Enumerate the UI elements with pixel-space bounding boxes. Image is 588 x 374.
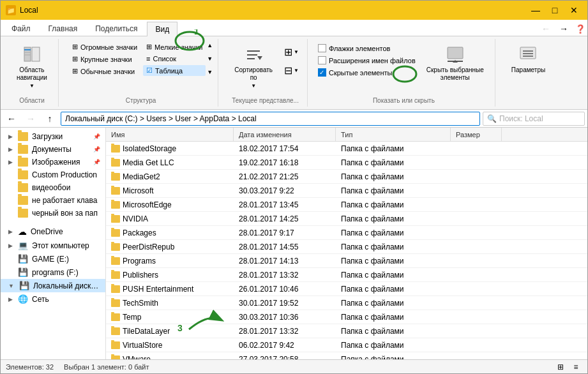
close-button[interactable]: ✕ [566, 4, 582, 17]
tab-home[interactable]: Главная [40, 21, 86, 36]
normal-icons-btn[interactable]: ⊞ Обычные значки [69, 66, 140, 77]
sidebar-section-favorites: ▶ Загрузки 📌 ▶ Документы 📌 ▶ Изображения… [1, 128, 105, 222]
status-info: Элементов: 32 Выбран 1 элемент: 0 байт [6, 363, 149, 371]
group-button[interactable]: ⊞ ▼ [281, 44, 302, 60]
sidebar-item-custom-production[interactable]: ▶ Custom Production [1, 168, 105, 181]
table-row[interactable]: Media Get LLC 19.02.2017 16:18 Папка с ф… [106, 156, 587, 170]
back-button[interactable]: ← [3, 112, 20, 126]
folder-icon [111, 243, 120, 251]
table-row[interactable]: TechSmith 30.01.2017 19:52 Папка с файла… [106, 296, 587, 310]
scroll-up-icon[interactable]: ▲ [207, 42, 213, 49]
forward-button[interactable]: → [22, 112, 39, 126]
file-size-cell [451, 358, 502, 360]
file-date: 30.01.2017 19:52 [239, 299, 298, 308]
file-ext-checkbox[interactable] [318, 56, 326, 64]
table-row[interactable]: Microsoft 30.03.2017 9:22 Папка с файлам… [106, 184, 587, 198]
hidden-items-checkbox[interactable]: ✓ [318, 68, 326, 77]
table-row[interactable]: Publishers 28.01.2017 13:32 Папка с файл… [106, 268, 587, 282]
view-list-btn[interactable]: ≡ [569, 361, 582, 373]
table-btn[interactable]: ☑ Таблица [143, 65, 206, 76]
table-row[interactable]: Temp 30.03.2017 10:36 Папка с файлами [106, 310, 587, 324]
header-name[interactable]: Имя [106, 128, 234, 141]
folder-icon [111, 201, 120, 209]
list-btn[interactable]: ≡ Список [143, 54, 206, 64]
table-row[interactable]: TileDataLayer 28.01.2017 13:32 Папка с ф… [106, 324, 587, 338]
sidebar-item-videowallpapers[interactable]: ▶ видеообои [1, 181, 105, 194]
tab-file[interactable]: Файл [3, 21, 39, 36]
table-row[interactable]: MicrosoftEdge 28.01.2017 13:45 Папка с ф… [106, 198, 587, 212]
sidebar-item-documents[interactable]: ▶ Документы 📌 [1, 143, 105, 156]
file-type: Папка с файлами [341, 313, 404, 322]
file-ext-row[interactable]: Расширения имен файлов [318, 56, 416, 64]
tab-share[interactable]: Поделиться [87, 21, 146, 36]
header-date[interactable]: Дата изменения [234, 128, 336, 141]
sidebar-item-network[interactable]: ▶ 🌐 Сеть [1, 292, 105, 306]
sidebar-item-images[interactable]: ▶ Изображения 📌 [1, 156, 105, 168]
minimize-button[interactable]: — [527, 4, 544, 17]
file-name-cell: Packages [106, 227, 234, 239]
sidebar-item-programs-drive[interactable]: ▶ 💾 programs (F:) [1, 266, 105, 279]
table-row[interactable]: VMware 27.03.2017 20:58 Папка с файлами [106, 352, 587, 359]
expand-icon[interactable]: ▼ [207, 69, 213, 75]
sort-by-button[interactable]: Сортировать по ▼ [229, 41, 278, 92]
ribbon-forward-btn[interactable]: → [555, 22, 572, 36]
table-row[interactable]: IsolatedStorage 18.02.2017 17:54 Папка с… [106, 142, 587, 156]
table-row[interactable]: PeerDistRepub 28.01.2017 14:55 Папка с ф… [106, 240, 587, 254]
options-button[interactable]: Параметры [506, 41, 551, 77]
search-box[interactable]: 🔍 Поиск: Local [483, 112, 585, 126]
add-cols-button[interactable]: ⊟ ▼ [281, 63, 302, 79]
up-button[interactable]: ↑ [41, 112, 58, 126]
file-name-cell: TechSmith [106, 297, 234, 309]
file-size-cell [451, 147, 502, 150]
file-name-cell: VMware [106, 354, 234, 360]
file-type-cell: Папка с файлами [336, 297, 451, 309]
file-type: Папка с файлами [341, 228, 404, 237]
file-size-cell [451, 274, 502, 276]
file-date: 19.02.2017 16:18 [239, 158, 298, 167]
file-name: Publishers [123, 271, 158, 280]
small-icons-btn[interactable]: ⊞ Мелкие значки [143, 41, 206, 52]
file-date: 30.03.2017 9:22 [239, 186, 294, 195]
file-date: 27.03.2017 20:58 [239, 355, 298, 360]
hide-selected-button[interactable]: Скрыть выбранныеэлементы [421, 41, 490, 85]
table-row[interactable]: MediaGet2 21.02.2017 21:25 Папка с файла… [106, 170, 587, 184]
address-box[interactable]: Локальный диск (C:) > Users > User > App… [61, 112, 480, 126]
ribbon-back-btn[interactable]: ← [538, 22, 554, 36]
table-row[interactable]: Packages 28.01.2017 9:17 Папка с файлами [106, 226, 587, 240]
item-flags-row[interactable]: Флажки элементов [318, 44, 416, 52]
folder-icon [111, 327, 120, 335]
table-row[interactable]: VirtualStore 06.02.2017 9:42 Папка с фай… [106, 338, 587, 352]
table-row[interactable]: PUSH Entertainment 26.01.2017 10:46 Папк… [106, 282, 587, 296]
file-type-cell: Папка с файлами [336, 143, 451, 154]
tab-view[interactable]: Вид [147, 22, 177, 36]
sidebar-item-keyboard[interactable]: ▶ не работает клавa [1, 194, 105, 207]
sidebar-item-downloads[interactable]: ▶ Загрузки 📌 [1, 130, 105, 143]
ribbon-group-show-hide-content: Флажки элементов Расширения имен файлов … [318, 41, 490, 85]
sidebar-item-local-disk[interactable]: ▼ 💾 Локальный диск (C:) [1, 279, 105, 292]
expand-arrow: ▶ [8, 159, 13, 165]
file-name-cell: Programs [106, 255, 234, 267]
sidebar-item-blackbg[interactable]: ▶ черный вон за пап [1, 207, 105, 220]
maximize-button[interactable]: □ [547, 4, 563, 17]
header-size[interactable]: Размер [451, 128, 502, 141]
nav-pane-button[interactable]: Областьнавигации ▼ [11, 41, 53, 92]
table-row[interactable]: NVIDIA 28.01.2017 14:25 Папка с файлами [106, 212, 587, 226]
sidebar-item-label: programs (F:) [32, 268, 79, 277]
file-type: Папка с файлами [341, 299, 404, 308]
sidebar-item-game-drive[interactable]: ▶ 💾 GAME (E:) [1, 252, 105, 266]
ribbon-group-show-hide: Флажки элементов Расширения имен файлов … [313, 39, 495, 107]
header-type[interactable]: Тип [336, 128, 451, 141]
sidebar-item-onedrive[interactable]: ▶ ☁ OneDrive [1, 225, 105, 239]
sidebar-section-drives: ▶ ☁ OneDrive ▶ 💻 Этот компьютер ▶ 💾 GAME… [1, 222, 105, 308]
view-large-btn[interactable]: ⊞ [554, 361, 567, 373]
large-icons-btn[interactable]: ⊞ Крупные значки [69, 54, 140, 64]
scroll-down-icon[interactable]: ▼ [207, 56, 213, 62]
help-btn[interactable]: ❓ [573, 22, 587, 36]
table-row[interactable]: Programs 28.01.2017 14:13 Папка с файлам… [106, 254, 587, 268]
item-flags-checkbox[interactable] [318, 44, 326, 52]
huge-icons-btn[interactable]: ⊞ Огромные значки [69, 41, 140, 52]
folder-icon [111, 341, 120, 349]
options-icon [518, 45, 538, 65]
sidebar-item-this-pc[interactable]: ▶ 💻 Этот компьютер [1, 239, 105, 252]
hidden-items-row[interactable]: ✓ Скрытые элементы [318, 68, 416, 77]
